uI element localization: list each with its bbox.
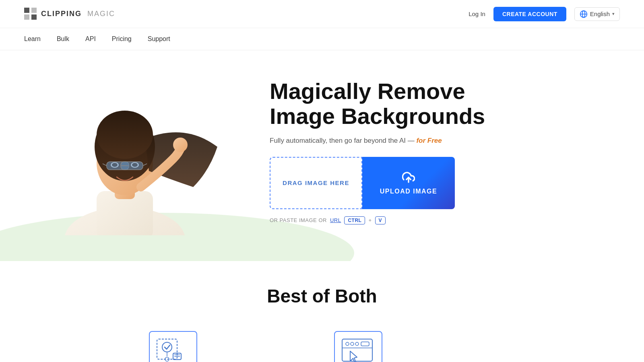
svg-point-19 [173, 138, 188, 152]
logo-text: CLIPPING MAGIC [41, 10, 115, 18]
nav-right: Log In CREATE ACCOUNT English ▾ [469, 7, 620, 21]
autoclip-icon-box [149, 331, 197, 362]
logo-brand: CLIPPING [41, 10, 82, 18]
upload-icon [402, 171, 415, 184]
logo-sq-1 [24, 8, 29, 13]
hero-image [24, 66, 225, 235]
svg-point-22 [162, 342, 172, 352]
subnav-pricing[interactable]: Pricing [112, 35, 132, 43]
hero-subtitle-prefix: Fully automatically, then go far beyond … [270, 137, 415, 144]
logo-sq-4 [31, 14, 37, 20]
svg-point-9 [97, 111, 153, 159]
drag-label: DRAG IMAGE HERE [283, 179, 349, 186]
hero-title: Magically Remove Image Backgrounds [270, 79, 620, 128]
url-link[interactable]: URL [330, 217, 341, 223]
logo-sq-3 [24, 14, 29, 20]
subnav-learn[interactable]: Learn [24, 35, 41, 43]
hero-subtitle: Fully automatically, then go far beyond … [270, 137, 620, 145]
language-selector[interactable]: English ▾ [574, 7, 620, 21]
logo-sq-2 [31, 8, 37, 13]
editor-icon-box [334, 331, 382, 362]
upload-label: UPLOAD IMAGE [380, 188, 437, 195]
features-title: Best of Both [24, 285, 620, 307]
logo-squares [24, 8, 37, 21]
editor-icon [340, 337, 376, 362]
logo[interactable]: CLIPPING MAGIC [24, 8, 115, 21]
svg-point-30 [351, 342, 354, 346]
hero-image-area [24, 66, 246, 237]
features-section: Best of Both Auto-Clip AI Trained on mil… [0, 261, 644, 362]
autoclip-icon [155, 337, 191, 362]
hero-content: Magically Remove Image Backgrounds Fully… [246, 79, 620, 224]
subnav-bulk[interactable]: Bulk [57, 35, 69, 43]
subnav-support[interactable]: Support [148, 35, 170, 43]
login-button[interactable]: Log In [469, 10, 485, 17]
features-grid: Auto-Clip AI Trained on millions and mil… [24, 331, 620, 362]
create-account-button[interactable]: CREATE ACCOUNT [493, 7, 566, 21]
language-label: English [590, 10, 610, 17]
paste-text: OR PASTE IMAGE OR [270, 217, 327, 223]
svg-point-31 [355, 342, 359, 346]
paste-row: OR PASTE IMAGE OR URL CTRL + V [270, 216, 620, 224]
logo-suffix: MAGIC [87, 10, 115, 18]
feature-card-editor: Smart Editor The only background removal… [334, 331, 495, 362]
hero-section: Magically Remove Image Backgrounds Fully… [0, 50, 644, 261]
plus-sign: + [368, 217, 372, 223]
navbar: CLIPPING MAGIC Log In CREATE ACCOUNT Eng… [0, 0, 644, 28]
svg-point-29 [346, 342, 349, 346]
upload-button[interactable]: UPLOAD IMAGE [362, 157, 455, 209]
subnav: Learn Bulk API Pricing Support [0, 28, 644, 50]
v-key-badge: V [375, 216, 386, 224]
subnav-api[interactable]: API [85, 35, 96, 43]
upload-area: DRAG IMAGE HERE UPLOAD IMAGE [270, 157, 620, 209]
chevron-down-icon: ▾ [612, 11, 615, 16]
svg-marker-34 [350, 351, 357, 362]
svg-rect-32 [361, 342, 369, 346]
hero-free-text: for Free [416, 137, 442, 144]
globe-icon [580, 10, 588, 18]
feature-card-autoclip: Auto-Clip AI Trained on millions and mil… [149, 331, 310, 362]
drag-drop-zone[interactable]: DRAG IMAGE HERE [270, 157, 362, 209]
ctrl-key-badge: CTRL [344, 216, 365, 224]
